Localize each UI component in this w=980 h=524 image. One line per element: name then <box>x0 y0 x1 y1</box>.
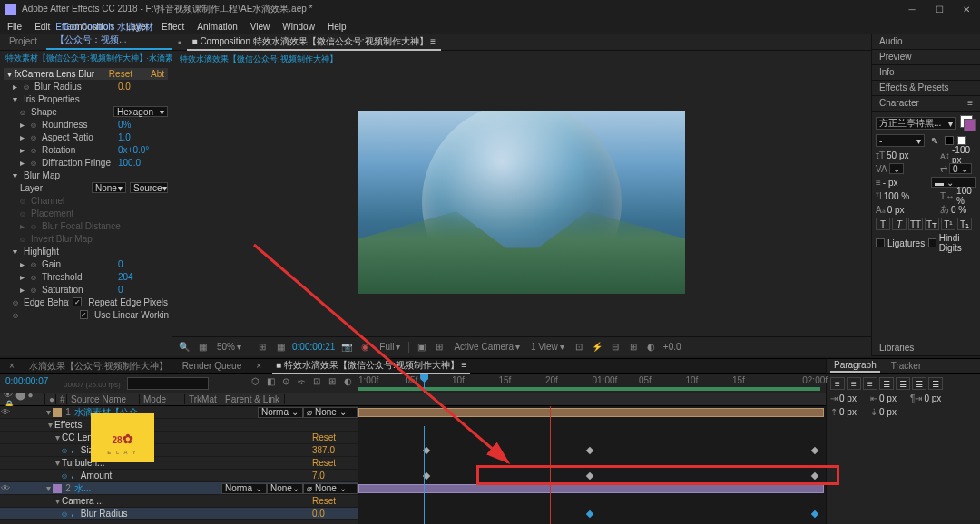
tsume[interactable]: 0 % <box>951 205 966 215</box>
composition-viewer[interactable] <box>172 68 871 336</box>
comp-tab[interactable]: ■ Composition 特效水滴效果【微信公众号:视频制作大神】 ≡ <box>187 34 442 51</box>
justify-center[interactable]: ≣ <box>896 377 910 390</box>
camera-dropdown[interactable]: Active Camera▾ <box>451 342 523 352</box>
chk-ligatures[interactable] <box>876 238 885 247</box>
bold-button[interactable]: T <box>876 218 890 230</box>
exposure-value[interactable]: +0.0 <box>663 342 681 352</box>
tl-icon-7[interactable]: ◐ <box>341 376 354 386</box>
tl-icon-6[interactable]: ⊞ <box>326 376 338 386</box>
select-source[interactable]: Source▾ <box>130 182 168 193</box>
tl-icon-5[interactable]: ⊡ <box>310 376 323 386</box>
tl-tab-1[interactable]: 水滴效果【公众号:视频制作大神】 <box>25 359 172 374</box>
space-after[interactable]: 0 px <box>879 407 897 417</box>
allcaps-button[interactable]: TT <box>908 218 923 230</box>
res-icon[interactable]: ⊞ <box>256 341 269 354</box>
roi-icon[interactable]: ▣ <box>415 341 427 354</box>
smallcaps-button[interactable]: Tᴛ <box>925 218 939 230</box>
close-button[interactable]: ✕ <box>953 0 980 18</box>
font-size[interactable]: 50 px <box>887 150 908 160</box>
prop-shape[interactable]: Shape <box>31 107 110 117</box>
kerning-val[interactable]: ⌄ <box>889 163 904 174</box>
tl-icon-1[interactable]: ⬡ <box>249 376 261 386</box>
indent-first[interactable]: 0 px <box>924 393 941 403</box>
flowchart-icon[interactable]: ⊞ <box>627 341 640 354</box>
tab-character[interactable]: Character <box>879 98 919 109</box>
tl-tab-renderqueue[interactable]: Render Queue <box>179 360 246 372</box>
leading[interactable]: -100 px <box>952 145 976 165</box>
val-gain[interactable]: 0 <box>118 259 168 269</box>
tab-tracker[interactable]: Tracker <box>887 360 926 372</box>
align-center[interactable]: ≡ <box>847 377 861 390</box>
val-diffraction[interactable]: 100.0 <box>118 158 168 168</box>
layer-1-effects[interactable]: ▾Effects <box>0 419 358 432</box>
select-layer[interactable]: None▾ <box>92 182 126 193</box>
tab-audio[interactable]: Audio <box>872 34 980 50</box>
val-saturation[interactable]: 0 <box>118 285 168 295</box>
val-threshold[interactable]: 204 <box>118 272 168 282</box>
font-dropdown[interactable]: 方正兰亭特黑...▾ <box>876 117 956 130</box>
ec-about[interactable]: Abt <box>151 69 164 79</box>
indent-right[interactable]: 0 px <box>879 393 897 403</box>
chk-hindi[interactable] <box>928 238 936 247</box>
layer1-parent[interactable]: ⌀ None⌄ <box>303 407 358 418</box>
prop-blurmap[interactable]: Blur Map <box>24 170 168 180</box>
layer2-trkmat[interactable]: None⌄ <box>267 483 303 494</box>
align-right[interactable]: ≡ <box>863 377 877 390</box>
timeline-tracks[interactable] <box>358 406 826 524</box>
grid-icon[interactable]: ▦ <box>196 341 209 354</box>
layer-1[interactable]: 👁 ▾1 水滴素材【公众... Norma⌄ ⌀ None⌄ <box>0 406 358 419</box>
effect-turbulent[interactable]: ▾Turbulen...Reset <box>0 457 358 470</box>
menu-file[interactable]: File <box>7 22 22 32</box>
exposure-reset-icon[interactable]: ◐ <box>645 341 658 354</box>
space-before[interactable]: 0 px <box>839 407 857 417</box>
time-ruler[interactable]: 1:00f 05f 10f 15f 20f 01:00f 05f 10f 15f… <box>358 374 826 393</box>
chk-repeat-edge[interactable]: ✓ <box>73 297 82 306</box>
views-dropdown[interactable]: 1 View▾ <box>528 342 567 352</box>
zoom-dropdown[interactable]: 50%▾ <box>214 342 244 352</box>
prop-turb-amount[interactable]: ⌾ ▸Amount7.0 <box>0 470 358 482</box>
prop-gain[interactable]: Gain <box>42 259 114 269</box>
prop-rotation[interactable]: Rotation <box>42 145 114 155</box>
layer-2[interactable]: 👁 ▾2 水... Norma⌄ None⌄ ⌀ None⌄ <box>0 482 358 495</box>
prop-camera-blur-radius[interactable]: ⌾ ▸Blur Radius0.0 <box>0 508 358 520</box>
work-area[interactable] <box>358 387 820 391</box>
hscale[interactable]: 100 % <box>956 186 976 206</box>
col-trkmat[interactable]: TrkMat <box>185 394 221 404</box>
timeline-search[interactable] <box>127 377 209 390</box>
stroke-width[interactable]: - px <box>883 178 898 188</box>
transparency-icon[interactable]: ▦ <box>274 341 287 354</box>
prop-threshold[interactable]: Threshold <box>42 272 114 282</box>
layer2-mode[interactable]: Norma⌄ <box>221 483 267 494</box>
vscale[interactable]: 100 % <box>884 191 909 201</box>
tab-paragraph[interactable]: Paragraph <box>830 359 880 373</box>
effect-camera-lens[interactable]: ▾Camera ...Reset <box>0 495 358 508</box>
prop-highlight[interactable]: Highlight <box>24 247 168 257</box>
timeline-icon[interactable]: ⊟ <box>609 341 622 354</box>
tl-tab-3[interactable]: ■ 特效水滴效果【微信公众号:视频制作大神】 ≡ <box>272 358 470 374</box>
indent-left[interactable]: 0 px <box>839 393 857 403</box>
val-roundness[interactable]: 0% <box>118 120 168 130</box>
menu-view[interactable]: View <box>250 22 270 32</box>
prop-saturation[interactable]: Saturation <box>42 285 114 295</box>
quality-dropdown[interactable]: Full▾ <box>377 342 403 352</box>
val-blur-radius[interactable]: 0.0 <box>118 82 168 92</box>
comp-breadcrumb[interactable]: 特效水滴效果【微信公众号:视频制作大神】 <box>172 51 871 68</box>
chk-linear[interactable]: ✓ <box>80 310 88 319</box>
prop-iris[interactable]: Iris Properties <box>24 94 168 104</box>
viewer-nav-icon[interactable]: ▪ <box>178 37 181 47</box>
align-left[interactable]: ≡ <box>830 377 845 390</box>
ec-layer-crumb[interactable]: 特效素材【微信公众号:视频制作大神】·水滴素... <box>0 51 172 66</box>
select-shape[interactable]: Hexagon▾ <box>113 106 168 117</box>
ec-effect-header[interactable]: ▾ fx Camera Lens Blur Reset Abt <box>4 68 168 80</box>
tab-project[interactable]: Project <box>0 34 46 50</box>
stroke-swatch[interactable] <box>964 119 976 131</box>
layer2-parent[interactable]: ⌀ None⌄ <box>303 483 358 494</box>
col-mode[interactable]: Mode <box>140 394 185 404</box>
prop-diffraction[interactable]: Diffraction Fringe <box>42 158 114 168</box>
snapshot-icon[interactable]: 📷 <box>340 341 353 354</box>
tracking-val[interactable]: 0⌄ <box>949 163 972 174</box>
effect-cclens[interactable]: ▾CC LensReset <box>0 432 358 444</box>
default-swatch[interactable] <box>957 136 966 145</box>
prop-roundness[interactable]: Roundness <box>42 120 114 130</box>
menu-animation[interactable]: Animation <box>197 22 237 32</box>
